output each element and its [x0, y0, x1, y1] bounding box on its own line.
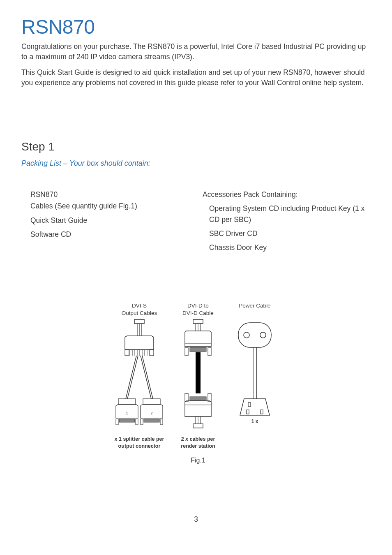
figure-label: DVI-S Output Cables	[122, 302, 157, 317]
list-item: RSN870	[30, 189, 198, 200]
power-cable-icon: 1 x	[230, 319, 279, 434]
list-heading: Accessories Pack Containing:	[203, 189, 371, 200]
figure-dvi-d-cable: DVI-D to DVI-D Cable	[178, 302, 219, 464]
svg-rect-33	[185, 347, 188, 356]
svg-line-16	[141, 356, 151, 399]
svg-rect-50	[248, 402, 251, 407]
svg-line-17	[142, 356, 153, 399]
svg-rect-0	[134, 319, 144, 324]
dvi-s-splitter-icon: 1 2	[113, 319, 166, 434]
svg-rect-51	[247, 410, 249, 414]
svg-rect-37	[185, 393, 188, 402]
figure-number: Fig.1	[191, 457, 205, 464]
list-item: Cables (See quantity guide Fig.1)	[30, 201, 198, 211]
svg-rect-2	[150, 350, 154, 356]
svg-point-47	[260, 332, 266, 338]
svg-text:2: 2	[150, 411, 152, 415]
list-item: SBC Driver CD	[203, 228, 371, 239]
svg-text:1: 1	[126, 411, 128, 415]
list-item: Operating System CD including Product Ke…	[203, 203, 371, 225]
figure-label: Power Cable	[239, 302, 270, 317]
dvi-d-cable-icon	[178, 319, 219, 434]
svg-rect-19	[143, 399, 160, 405]
svg-rect-18	[118, 399, 136, 405]
step-subheading: Packing List – Your box should contain:	[21, 159, 371, 168]
packing-list: RSN870 Cables (See quantity guide Fig.1)…	[21, 189, 371, 256]
svg-rect-23	[144, 419, 159, 422]
svg-line-15	[127, 356, 138, 399]
svg-rect-36	[196, 352, 201, 393]
intro-paragraph-2: This Quick Start Guide is designed to ai…	[21, 67, 371, 88]
figure-caption: x 1 splitter cable per output connector	[115, 436, 164, 449]
svg-rect-28	[193, 319, 203, 324]
svg-text:1 x: 1 x	[251, 419, 258, 424]
figure-caption: 2 x cables per render station	[181, 436, 215, 449]
packing-left-column: RSN870 Cables (See quantity guide Fig.1)…	[21, 189, 198, 256]
svg-rect-52	[261, 410, 263, 414]
svg-rect-25	[136, 419, 138, 425]
figure-1: DVI-S Output Cables	[21, 302, 371, 464]
svg-line-14	[126, 356, 136, 399]
svg-rect-27	[160, 419, 163, 425]
svg-rect-38	[208, 393, 211, 402]
svg-rect-22	[119, 419, 135, 422]
list-item: Quick Start Guide	[30, 215, 198, 226]
page-title: RSN870	[21, 16, 371, 38]
svg-rect-39	[190, 397, 206, 401]
svg-rect-35	[190, 347, 206, 352]
packing-right-column: Accessories Pack Containing: Operating S…	[203, 189, 371, 256]
list-item: Software CD	[30, 229, 198, 240]
figure-label: DVI-D to DVI-D Cable	[182, 302, 214, 317]
list-item: Chassis Door Key	[203, 242, 371, 253]
page-number: 3	[0, 515, 392, 524]
svg-rect-44	[193, 424, 203, 428]
figure-power-cable: Power Cable 1 x	[230, 302, 279, 464]
svg-rect-26	[141, 419, 143, 425]
svg-rect-1	[125, 350, 129, 356]
intro-paragraph-1: Congratulations on your purchase. The RS…	[21, 42, 371, 62]
svg-point-46	[244, 332, 249, 338]
svg-rect-34	[208, 347, 211, 356]
svg-rect-45	[238, 323, 271, 347]
svg-rect-24	[116, 419, 118, 425]
figure-dvi-s-cable: DVI-S Output Cables	[113, 302, 166, 464]
step-heading: Step 1	[21, 140, 371, 153]
